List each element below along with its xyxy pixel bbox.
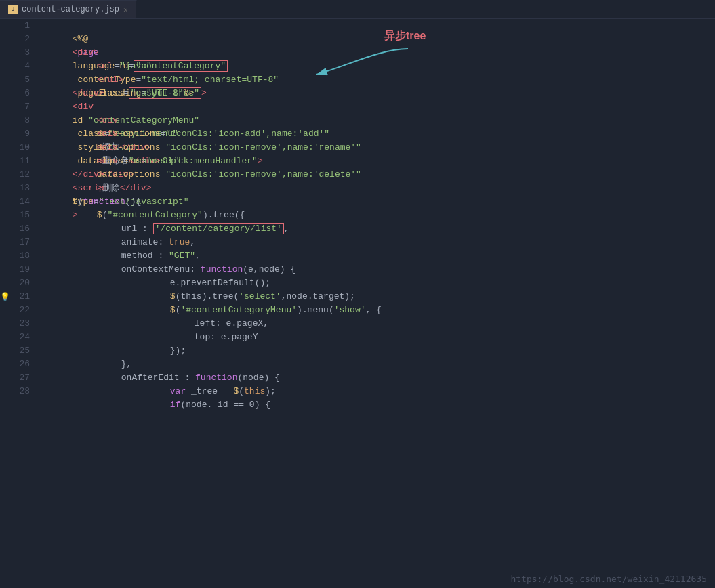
gutter-icon-12 — [0, 168, 9, 182]
file-tab[interactable]: J content-category.jsp ✕ — [0, 0, 137, 18]
gutter-icon-5 — [0, 73, 9, 87]
gutter-icon-16 — [0, 222, 9, 236]
gutter-icon-21: 💡 — [0, 290, 9, 303]
code-line-24: }); — [41, 331, 715, 344]
gutter-icon-14 — [0, 195, 9, 209]
close-icon[interactable]: ✕ — [123, 5, 128, 14]
code-line-11: </div> — [41, 154, 715, 168]
gutter-icon-7 — [0, 100, 9, 114]
code-line-15: url : '/content/category/list', — [41, 209, 715, 222]
code-line-2: <div> — [41, 33, 715, 46]
gutter-icon-19 — [0, 263, 9, 276]
gutter-icon-24 — [0, 331, 9, 344]
gutter-icon-4 — [0, 60, 9, 73]
gutter-icon-1 — [0, 19, 9, 33]
gutter-icon-18 — [0, 249, 9, 263]
tab-label: content-category.jsp — [22, 5, 119, 14]
code-line-5: </div> — [41, 73, 715, 87]
code-line-7: <div data-options="iconCls:'icon-add',na… — [41, 100, 715, 114]
code-line-13: $(function(){ — [41, 182, 715, 195]
gutter-icon-17 — [0, 236, 9, 249]
editor-container: 💡 12345 678910 1112131415 1617181920 212… — [0, 19, 715, 588]
code-line-3: <ul id="contentCategory" class="easyui-t… — [41, 46, 715, 60]
code-line-23: top: e.pageY — [41, 317, 715, 331]
gutter-icon-9 — [0, 127, 9, 141]
gutter-icon-8 — [0, 114, 9, 127]
gutter: 💡 — [0, 19, 9, 588]
code-area: <%@ page language="java" contentType="te… — [35, 19, 715, 588]
code-line-16: animate: true, — [41, 222, 715, 236]
gutter-icon-23 — [0, 317, 9, 331]
tab-bar: J content-category.jsp ✕ — [0, 0, 715, 19]
code-line-28: if(node. id == 0) { — [41, 385, 715, 398]
gutter-icon-10 — [0, 141, 9, 154]
gutter-icon-27 — [0, 371, 9, 385]
gutter-icon-28 — [0, 385, 9, 398]
gutter-icon-13 — [0, 182, 9, 195]
code-line-14: $("#contentCategory").tree({ — [41, 195, 715, 209]
gutter-icon-26 — [0, 358, 9, 371]
gutter-icon-3 — [0, 46, 9, 60]
code-line-8: <div data-options="iconCls:'icon-remove'… — [41, 114, 715, 127]
gutter-icon-6 — [0, 87, 9, 100]
code-line-9: <div class="menu-sep" ></div> — [41, 127, 715, 141]
gutter-icon-15 — [0, 209, 9, 222]
gutter-icon-2 — [0, 33, 9, 46]
code-line-26: onAfterEdit : function(node) { — [41, 358, 715, 371]
tab-icon: J — [8, 5, 18, 14]
code-line-4: </ul> — [41, 60, 715, 73]
code-line-20: $(this).tree('select',node.target); — [41, 276, 715, 290]
code-line-22: left: e.pageX, — [41, 303, 715, 317]
gutter-icon-25 — [0, 344, 9, 358]
code-line-18: onContextMenu: function(e,node) { — [41, 249, 715, 263]
code-line-17: method : "GET", — [41, 236, 715, 249]
code-line-25: }, — [41, 344, 715, 358]
gutter-icon-22 — [0, 303, 9, 317]
code-line-1: <%@ page language="java" contentType="te… — [41, 19, 715, 33]
attribution: https://blog.csdn.net/weixin_42112635 — [510, 574, 707, 584]
gutter-icon-11 — [0, 154, 9, 168]
gutter-icon-20 — [0, 276, 9, 290]
code-line-21: $('#contentCategoryMenu').menu('show', { — [41, 290, 715, 303]
code-line-27: var _tree = $(this); — [41, 371, 715, 385]
annotation-text: 异步tree — [384, 29, 426, 43]
code-line-6: <div id="contentCategoryMenu" class="eas… — [41, 87, 715, 100]
code-line-19: e.preventDefault(); — [41, 263, 715, 276]
code-line-12: <script type="text/javascript" > — [41, 168, 715, 182]
line-numbers: 12345 678910 1112131415 1617181920 21222… — [9, 19, 35, 588]
code-line-10: <div data-options="iconCls:'icon-remove'… — [41, 141, 715, 154]
